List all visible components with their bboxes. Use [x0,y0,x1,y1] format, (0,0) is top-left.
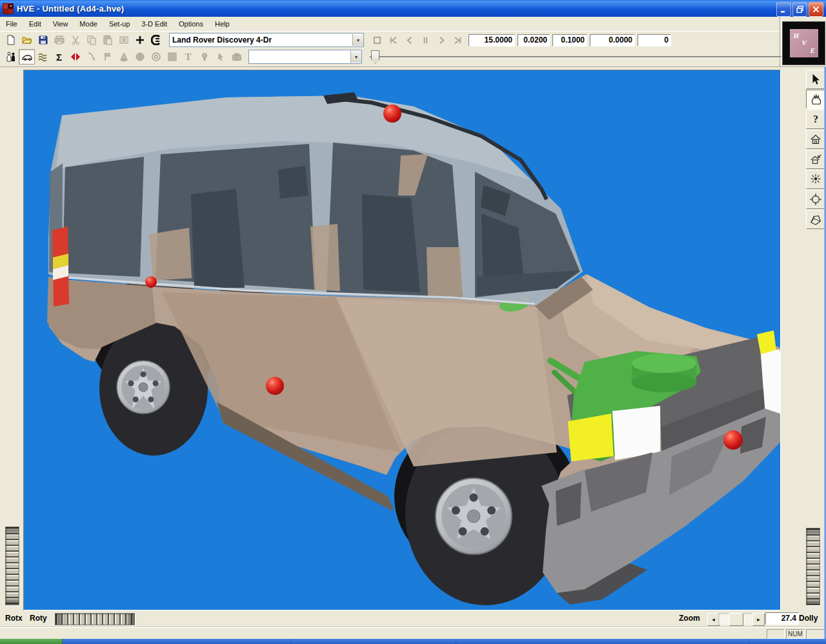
viewport-3d[interactable] [23,70,781,610]
new-icon[interactable] [3,32,19,48]
menu-setup[interactable]: Set-up [103,19,136,29]
marker-door [266,377,284,395]
rotx-thumbwheel[interactable] [5,527,19,605]
cone-icon [116,49,132,65]
merge-icon[interactable] [148,32,164,48]
menu-options[interactable]: Options [173,19,209,29]
menu-bar: File Edit View Mode Set-up 3-D Edit Opti… [0,17,826,32]
sphere-icon [132,49,148,65]
vehicle-selector-value: Land Rover Discovery 4-Dr [170,35,352,45]
open-icon[interactable] [19,32,35,48]
chevron-down-icon[interactable]: ▼ [350,51,361,63]
status-panel-1 [767,629,785,639]
camera-icon [228,49,245,65]
status-bar: NUM [0,627,826,639]
zoom-label: Zoom [679,614,700,623]
help-icon[interactable]: ? [806,110,825,129]
pan-hand-icon[interactable] [806,90,825,109]
headlight-yellow [568,414,614,461]
vehicle-model [24,70,780,610]
view-all-icon[interactable] [806,170,825,189]
time-slider[interactable] [370,50,781,64]
menu-edit[interactable]: Edit [23,19,47,29]
pointer-icon[interactable] [806,70,825,89]
minimize-button[interactable] [776,2,791,17]
step-field[interactable]: 0.0200 [518,34,550,46]
headlight-white [612,406,660,460]
roty-label: Roty [30,614,47,623]
zoom-slider-thumb[interactable] [729,613,743,626]
window-title: HVE - Untitled (Ad4-a.hve) [17,4,124,14]
go-to-end-icon [450,32,466,48]
go-to-start-icon [385,32,401,48]
camera-view-icon[interactable] [806,210,825,229]
vehicles-icon[interactable] [19,49,35,65]
copy-icon [83,32,99,48]
seek-icon[interactable] [806,190,825,209]
stop-icon [369,32,385,48]
app-icon [3,3,14,14]
paste-icon [99,32,116,48]
step-forward-icon [434,32,450,48]
hve-window: HVE - Untitled (Ad4-a.hve) File Edit Vie… [0,0,826,644]
interval-field[interactable]: 0.1000 [552,34,587,46]
menu-3d-edit[interactable]: 3-D Edit [136,19,173,29]
tail-light [52,226,69,307]
save-icon[interactable] [35,32,51,48]
home-icon[interactable] [806,130,825,149]
status-num: NUM [786,629,805,639]
menu-mode[interactable]: Mode [74,19,103,29]
flag-icon [99,49,116,65]
humans-icon[interactable] [3,49,19,65]
calculations-icon[interactable]: Σ [51,49,67,65]
viewer-toolbar: ? [806,70,825,230]
pause-icon [418,32,434,48]
menu-help[interactable]: Help [209,19,236,29]
cut-icon [67,32,83,48]
chevron-down-icon[interactable]: ▼ [352,34,363,46]
marker-roof [383,105,401,123]
time-field[interactable]: 15.0000 [468,34,515,46]
object-selector[interactable]: ▼ [248,50,362,64]
start-button-edge [0,639,63,644]
marker-bumper [723,430,743,450]
zoom-right-arrow[interactable]: ► [752,613,765,626]
dolly-label: Dolly [799,614,818,623]
marker-rear [145,276,157,288]
rotx-label: Rotx [5,614,23,623]
step-back-icon [401,32,418,48]
viewer-controls: Rotx Roty Zoom ◄ ► 27.4 Dolly [0,610,826,627]
menu-view[interactable]: View [47,19,74,29]
menu-file[interactable]: File [0,19,23,29]
time-slider-track [370,56,781,57]
dolly-thumbwheel[interactable] [806,528,820,605]
value-field-4[interactable]: 0.0000 [590,34,635,46]
target-icon [148,49,164,65]
main-area: ? [0,67,826,610]
add-icon[interactable] [132,32,148,48]
time-slider-thumb[interactable] [371,50,379,64]
set-home-icon[interactable] [806,150,825,169]
hve-logo: H V E [782,21,825,65]
print-icon [51,32,67,48]
status-panel-2 [806,629,825,639]
probe-icon [83,49,99,65]
text-icon: T [180,49,196,65]
zoom-value-field[interactable]: 27.4 [765,612,799,625]
pattern-icon [164,49,180,65]
vehicle-selector[interactable]: Land Rover Discovery 4-Dr ▼ [169,33,364,47]
close-button[interactable] [809,2,823,17]
event-icon[interactable] [67,49,83,65]
maximize-button[interactable] [792,2,807,17]
pointer-tool-icon [212,49,228,65]
title-bar: HVE - Untitled (Ad4-a.hve) [0,0,826,17]
lamp-icon [196,49,212,65]
value-field-5[interactable]: 0 [638,34,671,46]
roty-thumbwheel[interactable] [55,613,135,625]
delete-icon [116,32,132,48]
environment-icon[interactable] [35,49,51,65]
toolbar: Land Rover Discovery 4-Dr ▼ 15.0000 0.02… [0,31,826,67]
taskbar [0,639,826,644]
